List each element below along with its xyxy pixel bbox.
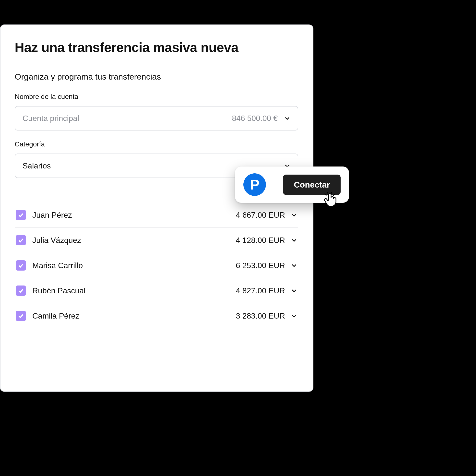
transfer-row[interactable]: Julia Vázquez4 128.00 EUR: [15, 228, 298, 253]
transfer-amount: 4 667.00 EUR: [236, 211, 285, 220]
transfer-checkbox[interactable]: [16, 235, 26, 245]
transfer-amount: 6 253.00 EUR: [236, 261, 285, 270]
account-select[interactable]: Cuenta principal 846 500.00 €: [15, 106, 298, 131]
page-title: Haz una transferencia masiva nueva: [15, 40, 298, 55]
main-panel: Haz una transferencia masiva nueva Organ…: [0, 24, 313, 392]
transfer-row[interactable]: Marisa Carrillo6 253.00 EUR: [15, 253, 298, 278]
cursor-icon: [323, 191, 339, 207]
transfer-row[interactable]: Juan Pérez4 667.00 EUR: [15, 203, 298, 228]
chevron-down-icon: [284, 115, 290, 121]
transfer-name: Camila Pérez: [32, 311, 79, 321]
chevron-down-icon: [291, 313, 297, 319]
transfers-list: Juan Pérez4 667.00 EURJulia Vázquez4 128…: [15, 203, 298, 328]
transfer-amount: 4 827.00 EUR: [236, 286, 285, 295]
transfer-name: Juan Pérez: [32, 211, 72, 220]
transfer-name: Julia Vázquez: [32, 236, 81, 245]
svg-line-0: [325, 194, 326, 195]
account-selected-value: Cuenta principal: [22, 114, 79, 123]
transfer-amount: 3 283.00 EUR: [236, 311, 285, 321]
brand-logo-icon: P: [243, 173, 266, 196]
transfer-row[interactable]: Rubén Pascual4 827.00 EUR: [15, 278, 298, 303]
chevron-down-icon: [291, 288, 297, 294]
transfer-checkbox[interactable]: [16, 286, 26, 296]
transfer-name: Marisa Carrillo: [32, 261, 83, 270]
svg-line-1: [328, 192, 328, 194]
account-field-label: Nombre de la cuenta: [15, 93, 298, 101]
transfer-name: Rubén Pascual: [32, 286, 85, 295]
account-balance: 846 500.00 €: [232, 114, 278, 123]
svg-line-2: [331, 192, 332, 194]
chevron-down-icon: [291, 212, 297, 218]
category-field-label: Categoría: [15, 140, 298, 148]
transfer-checkbox[interactable]: [16, 210, 26, 220]
transfer-row[interactable]: Camila Pérez3 283.00 EUR: [15, 303, 298, 328]
chevron-down-icon: [291, 262, 297, 269]
page-subtitle: Organiza y programa tus transferencias: [15, 72, 298, 82]
chevron-down-icon: [291, 237, 297, 243]
category-selected-value: Salarios: [22, 161, 51, 170]
transfer-amount: 4 128.00 EUR: [236, 236, 285, 245]
transfer-checkbox[interactable]: [16, 311, 26, 321]
transfer-checkbox[interactable]: [16, 260, 26, 271]
svg-line-3: [334, 194, 335, 195]
